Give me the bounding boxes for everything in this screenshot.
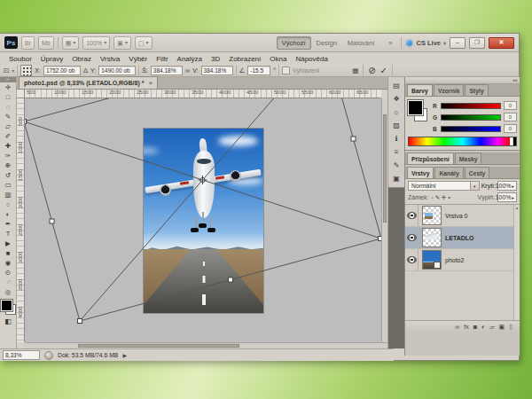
transform-handle-midleft[interactable] — [50, 219, 54, 223]
screen-mode-button[interactable]: ▢▾ — [135, 36, 153, 50]
panel-color-swatches[interactable] — [408, 100, 429, 121]
opacity-field[interactable]: 100% ▸ — [497, 181, 517, 191]
clone-stamp-tool[interactable]: ⊕ — [1, 160, 16, 170]
add-layer-mask-button[interactable]: ◙ — [473, 324, 477, 330]
panel-tab[interactable]: Masky — [455, 153, 482, 164]
scrollbar-thumb[interactable] — [78, 344, 239, 348]
layer-style-button[interactable]: fx — [464, 324, 468, 330]
document-tab[interactable]: photo1.psd @ 8,33% (LETADLO,RGB/8) * × — [19, 76, 158, 89]
history-panel-icon[interactable]: ▤ — [389, 79, 404, 92]
lock-pixels-icon[interactable]: ✎ — [435, 194, 440, 201]
slider-marker[interactable] — [441, 108, 444, 112]
transform-handle-left[interactable] — [25, 120, 27, 124]
brush-tool[interactable]: ✑ — [1, 151, 16, 160]
pan-3d-tool[interactable]: ⊙ — [1, 268, 16, 278]
workspace-button[interactable]: Design — [311, 36, 342, 50]
mini-bridge-button[interactable]: Mb — [38, 36, 54, 50]
layer-thumbnail[interactable] — [422, 250, 442, 270]
panel-tab[interactable]: Kanály — [434, 167, 463, 178]
scrollbar-thumb[interactable] — [383, 114, 387, 223]
layer-comps-panel-icon[interactable]: ▣ — [389, 172, 404, 185]
type-tool[interactable]: T — [1, 229, 16, 239]
panel-tab[interactable]: Barvy — [407, 84, 433, 96]
antialias-checkbox[interactable] — [282, 66, 290, 74]
panel-tab[interactable]: Vrstvy — [407, 167, 434, 178]
channel-slider[interactable] — [441, 103, 501, 109]
menu-item[interactable]: Úpravy — [36, 55, 67, 63]
workspace-button[interactable]: Výchozí — [277, 36, 311, 50]
pen-tool[interactable]: ✒ — [1, 219, 16, 229]
tool-preset-arrow-icon[interactable]: ▾ — [12, 67, 14, 74]
blend-mode-select[interactable]: Normální ▾ — [408, 181, 480, 191]
eyedropper-tool[interactable]: ✐ — [1, 131, 16, 141]
blur-tool[interactable]: ○ — [1, 200, 16, 209]
menu-item[interactable]: Soubor — [4, 55, 36, 63]
cs-live-button[interactable]: CS Live ▾ — [405, 39, 446, 47]
y-position-field[interactable]: 1490.00 ob — [98, 66, 136, 75]
panel-tab[interactable]: Styly — [465, 84, 488, 96]
x-position-field[interactable]: 1752.00 ob — [43, 66, 81, 75]
horizontal-scrollbar[interactable] — [25, 342, 387, 348]
actions-panel-icon[interactable]: ❖ — [389, 92, 404, 106]
layer-visibility-toggle[interactable] — [405, 205, 419, 226]
gradient-tool[interactable]: ▥ — [1, 190, 16, 200]
layer-list-scrollbar[interactable]: ▴ — [513, 205, 520, 320]
quick-mask-button[interactable]: ◧ — [4, 317, 12, 325]
menu-item[interactable]: Výběr — [124, 55, 152, 63]
hand-tool[interactable]: ☜ — [1, 278, 16, 287]
view-extras-button[interactable]: ▦▾ — [62, 36, 80, 50]
width-scale-field[interactable]: 384.18% — [151, 66, 183, 75]
history-brush-tool[interactable]: ↺ — [1, 170, 16, 180]
lock-all-icon[interactable]: ▪ — [449, 194, 450, 201]
rotate-3d-tool[interactable]: ◉ — [1, 258, 16, 268]
rotation-angle-field[interactable]: -15.5 — [247, 66, 270, 75]
menu-item[interactable]: Filtr — [152, 55, 172, 63]
path-selection-tool[interactable]: ▶ — [1, 239, 16, 248]
lock-transparency-icon[interactable]: ▫ — [431, 194, 433, 201]
lasso-tool[interactable]: ◌ — [1, 102, 16, 112]
zoom-level-button[interactable]: 100%▾ — [82, 36, 110, 50]
channel-slider[interactable] — [441, 126, 501, 132]
cancel-transform-icon[interactable]: ⊘ — [368, 66, 375, 75]
panel-tab[interactable]: Cesty — [465, 167, 490, 178]
commit-transform-icon[interactable]: ✓ — [380, 66, 387, 75]
transform-handle-midbottom[interactable] — [229, 278, 233, 282]
fill-field[interactable]: 100% ▸ — [497, 192, 517, 202]
channel-value-field[interactable]: 0 — [504, 101, 517, 110]
minimize-button[interactable]: – — [450, 37, 466, 49]
slider-marker[interactable] — [441, 131, 444, 135]
workspace-overflow-button[interactable]: » — [383, 36, 397, 50]
height-scale-field[interactable]: 384.18% — [201, 66, 233, 75]
channel-value-field[interactable]: 0 — [504, 113, 517, 121]
move-tool[interactable]: ✛ — [1, 82, 16, 92]
channel-value-field[interactable]: 0 — [504, 124, 517, 133]
healing-brush-tool[interactable]: ✚ — [1, 141, 16, 151]
layer-thumbnail[interactable] — [422, 206, 442, 225]
layer-row[interactable]: LETADLO — [405, 227, 520, 249]
close-document-icon[interactable]: × — [148, 79, 153, 87]
layer-name[interactable]: photo2 — [445, 257, 464, 263]
lock-position-icon[interactable]: ✛ — [442, 194, 446, 201]
menu-item[interactable]: Zobrazení — [224, 55, 265, 63]
link-dimensions-icon[interactable]: ∞ — [185, 66, 190, 74]
status-options-arrow-icon[interactable]: ▶ — [122, 352, 127, 358]
menu-item[interactable]: Obraz — [67, 55, 96, 63]
clone-source-panel-icon[interactable]: ✎ — [389, 159, 404, 172]
menu-item[interactable]: Nápověda — [291, 55, 332, 63]
delete-layer-button[interactable]: ▯ — [509, 324, 512, 331]
arrange-documents-button[interactable]: ▣▾ — [113, 36, 131, 50]
quick-selection-tool[interactable]: ✎ — [1, 112, 16, 121]
close-button[interactable]: ✕ — [489, 37, 514, 49]
restore-button[interactable]: ❐ — [469, 37, 485, 49]
layer-row[interactable]: photo2 — [405, 249, 520, 271]
info-panel-icon[interactable]: ℹ — [389, 132, 404, 145]
marquee-tool[interactable]: □ — [1, 92, 16, 102]
layer-row[interactable]: Vrstva 0 — [405, 205, 520, 227]
adjustment-layer-button[interactable]: ◐ — [481, 324, 485, 330]
link-layers-button[interactable]: ∞ — [455, 324, 459, 330]
document-canvas[interactable] — [25, 98, 381, 342]
menu-item[interactable]: Vrstva — [96, 55, 124, 63]
layer-name[interactable]: Vrstva 0 — [445, 213, 467, 219]
foreground-color-swatch[interactable] — [408, 100, 423, 115]
slider-marker[interactable] — [441, 120, 444, 123]
